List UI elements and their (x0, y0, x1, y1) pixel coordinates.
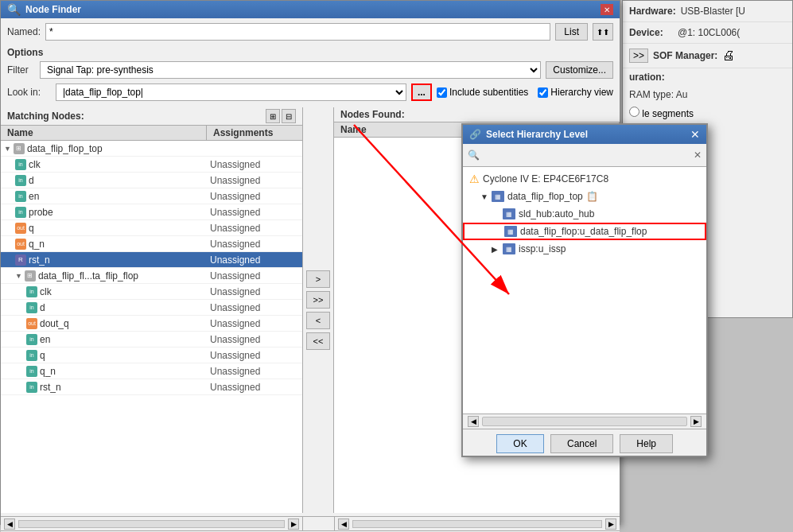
hier-search-row: 🔍 ✕ (463, 144, 706, 167)
arrow-double-left-btn[interactable]: << (306, 332, 330, 350)
named-row: Named: List ⬆⬆ (1, 18, 620, 45)
hier-scroll-right[interactable]: ▶ (690, 416, 702, 427)
hier-row[interactable]: ▼▦ data_flip_flop_top📋 (463, 188, 706, 205)
tree-row[interactable]: inqUnassigned (1, 348, 302, 363)
browse-button[interactable]: ... (411, 83, 432, 101)
matching-tree-body[interactable]: ▼⊞data_flip_flop_topinclkUnassignedindUn… (1, 141, 302, 513)
tree-cell-assign: Unassigned (207, 302, 302, 313)
tree-row[interactable]: Rrst_nUnassigned (1, 252, 302, 268)
include-subentities-checkbox[interactable] (437, 87, 447, 98)
tree-row[interactable]: inrst_nUnassigned (1, 379, 302, 395)
hier-cancel-btn[interactable]: Cancel (550, 434, 613, 453)
scroll-left-btn[interactable]: ◀ (4, 518, 15, 530)
tree-cell-name: inen (1, 191, 207, 202)
tree-row[interactable]: outqUnassigned (1, 220, 302, 236)
hier-search-input[interactable] (483, 147, 690, 163)
lookin-row: Look in: |data_flip_flop_top| ... Includ… (1, 80, 620, 104)
filter-select[interactable]: Signal Tap: pre-synthesis (40, 61, 541, 79)
hier-module-icon: ▦ (492, 191, 504, 202)
hier-scroll-track[interactable] (482, 417, 687, 426)
tree-row[interactable]: inenUnassigned (1, 332, 302, 348)
scroll-left-btn-2[interactable]: ◀ (338, 518, 349, 530)
node-name: probe (29, 207, 53, 218)
hier-scroll-left[interactable]: ◀ (468, 416, 479, 427)
ram-value: Au (676, 89, 688, 100)
tree-cell-name: outdout_q (1, 318, 207, 329)
hier-row[interactable]: ▦ sld_hub:auto_hub (463, 205, 706, 223)
tree-cell-assign: Unassigned (207, 350, 302, 361)
hier-search-clear-btn[interactable]: ✕ (694, 150, 702, 161)
left-scroll-area: ◀ ▶ (1, 517, 303, 530)
named-input[interactable] (45, 23, 550, 41)
arrow-right-btn[interactable]: > (306, 270, 330, 288)
arrow-left-btn[interactable]: < (306, 312, 330, 329)
in-icon: in (15, 175, 26, 186)
matching-panel: Matching Nodes: ⊞ ⊟ Name Assignments ▼⊞d… (1, 107, 303, 513)
tree-row[interactable]: indUnassigned (1, 173, 302, 188)
device-value: @1: 10CL006( (678, 27, 740, 38)
hier-row[interactable]: ⚠ Cyclone IV E: EP4CE6F17C8 (463, 170, 706, 188)
tree-row[interactable]: ▼⊞data_flip_flop_top (1, 141, 302, 157)
list-button[interactable]: List (555, 23, 588, 41)
tree-cell-assign: Unassigned (207, 254, 302, 266)
filter-row: Filter Signal Tap: pre-synthesis Customi… (1, 60, 620, 80)
tree-cell-name: inq (1, 350, 207, 361)
hier-close-btn[interactable]: ✕ (690, 128, 700, 141)
tree-cell-assign: Unassigned (207, 286, 302, 297)
hier-module-icon: ▦ (503, 208, 515, 219)
hier-row[interactable]: ▦ data_flip_flop:u_data_flip_flop (463, 223, 706, 240)
dialog-close-btn[interactable]: ✕ (601, 4, 613, 15)
tree-row[interactable]: inenUnassigned (1, 188, 302, 204)
uration-label: uration: (623, 68, 792, 86)
scroll-right-btn[interactable]: ▶ (288, 518, 299, 530)
tree-cell-assign: Unassigned (207, 318, 302, 329)
tree-cell-name: ▼⊞data_flip_flop_top (1, 143, 207, 154)
expand-arrow[interactable]: ▼ (4, 145, 11, 153)
tree-cell-assign: Unassigned (207, 239, 302, 250)
ram-label: RAM type: (629, 89, 674, 100)
hier-expand-arrow[interactable]: ▶ (492, 245, 500, 254)
sof-btn[interactable]: >> (629, 49, 648, 63)
tree-cell-name: outq_n (1, 239, 207, 250)
tree-row[interactable]: indUnassigned (1, 300, 302, 316)
tree-cell-name: outq (1, 223, 207, 234)
scroll-right-btn-2[interactable]: ▶ (605, 518, 616, 530)
hier-ok-btn[interactable]: OK (496, 434, 544, 453)
horizontal-scrollbar-2[interactable] (352, 520, 602, 528)
tree-row[interactable]: inclkUnassigned (1, 284, 302, 300)
tree-row[interactable]: ▼⊞data_flip_fl...ta_flip_flopUnassigned (1, 268, 302, 284)
hier-search-icon: 🔍 (468, 150, 480, 161)
horizontal-scrollbar[interactable] (18, 520, 285, 528)
arrow-double-right-btn[interactable]: >> (306, 291, 330, 309)
matching-nodes-title: Matching Nodes: (7, 111, 84, 122)
tree-cell-name: inclk (1, 159, 207, 170)
hier-node-label: issp:u_issp (519, 243, 566, 254)
hier-expand-arrow[interactable]: ▼ (480, 192, 488, 201)
tree-row[interactable]: outdout_qUnassigned (1, 316, 302, 332)
expand-button[interactable]: ⬆⬆ (593, 23, 613, 41)
panel-icon-btn-1[interactable]: ⊞ (266, 109, 280, 123)
segment-radio1[interactable]: le segments (629, 108, 694, 119)
hier-help-btn[interactable]: Help (620, 434, 673, 453)
ram-row: RAM type: Au (623, 86, 792, 103)
tree-cell-assign: Unassigned (207, 159, 302, 170)
hierarchy-dialog: 🔗 Select Hierarchy Level ✕ 🔍 ✕ ⚠ Cyclone… (461, 123, 708, 457)
panel-icon-btn-2[interactable]: ⊟ (282, 109, 296, 123)
tree-cell-name: inprobe (1, 207, 207, 218)
in-icon: in (15, 191, 26, 202)
in-icon: in (15, 207, 26, 218)
include-subentities-label[interactable]: Include subentities (437, 87, 528, 98)
tree-row[interactable]: inprobeUnassigned (1, 204, 302, 220)
tree-row[interactable]: inq_nUnassigned (1, 363, 302, 379)
col-assignments-header: Assignments (207, 126, 302, 140)
node-name: en (29, 191, 39, 202)
hierarchy-view-checkbox[interactable] (538, 87, 548, 98)
hier-row[interactable]: ▶▦ issp:u_issp (463, 240, 706, 258)
lookin-select[interactable]: |data_flip_flop_top| (56, 83, 406, 101)
expand-arrow[interactable]: ▼ (15, 272, 22, 280)
hierarchy-view-label[interactable]: Hierarchy view (538, 87, 613, 98)
tree-row[interactable]: outq_nUnassigned (1, 236, 302, 252)
found-panel-header: Nodes Found: (334, 107, 620, 122)
customize-button[interactable]: Customize... (546, 61, 613, 79)
tree-row[interactable]: inclkUnassigned (1, 157, 302, 173)
